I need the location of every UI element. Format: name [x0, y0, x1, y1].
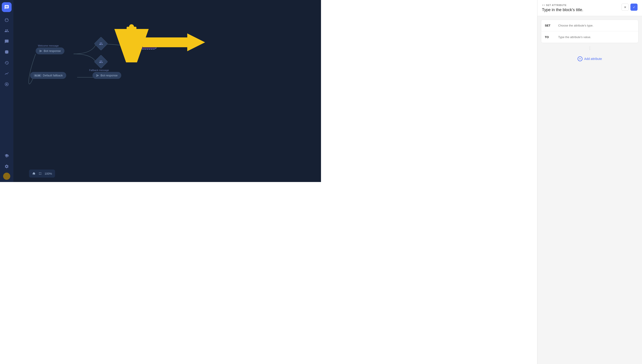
default-fallback-node[interactable]: ELSE Default fallback [30, 72, 66, 79]
welcome-message-label: Welcome message [38, 44, 59, 48]
svg-point-1 [7, 19, 8, 20]
fallback-message-label: Fallback message [89, 68, 109, 72]
user-avatar[interactable] [3, 173, 10, 180]
sidebar-item-academy[interactable] [2, 151, 11, 160]
sidebar-item-bots[interactable] [2, 16, 11, 24]
sidebar-item-settings[interactable] [2, 162, 11, 171]
sidebar-item-history[interactable] [2, 58, 11, 67]
condition-diamond-1[interactable] [96, 39, 106, 48]
flow-canvas: Welcome message Bot response Set attribu… [13, 0, 321, 182]
zoom-level: 100% [44, 172, 53, 175]
sidebar-item-conversations[interactable] [2, 37, 11, 46]
expand-button[interactable] [38, 171, 43, 176]
set-attribute-node[interactable]: Set attribute [129, 42, 157, 50]
app-logo[interactable] [2, 2, 12, 12]
condition-diamond-2[interactable] [96, 57, 106, 66]
sidebar-item-segments[interactable] [2, 80, 11, 89]
svg-marker-5 [122, 49, 142, 60]
bot-response-node[interactable]: Bot response [36, 48, 65, 54]
home-button[interactable] [31, 171, 37, 176]
zoom-controls: 100% [29, 170, 55, 178]
sidebar-item-contacts[interactable] [2, 26, 11, 35]
svg-point-0 [6, 19, 6, 20]
sidebar-item-analytics[interactable] [2, 69, 11, 78]
fallback-bot-response-node[interactable]: Bot response [93, 72, 121, 79]
canvas-connectors [13, 0, 321, 182]
sidebar-item-data[interactable] [2, 48, 11, 56]
else-badge: ELSE [34, 74, 42, 77]
sidebar [0, 0, 13, 182]
